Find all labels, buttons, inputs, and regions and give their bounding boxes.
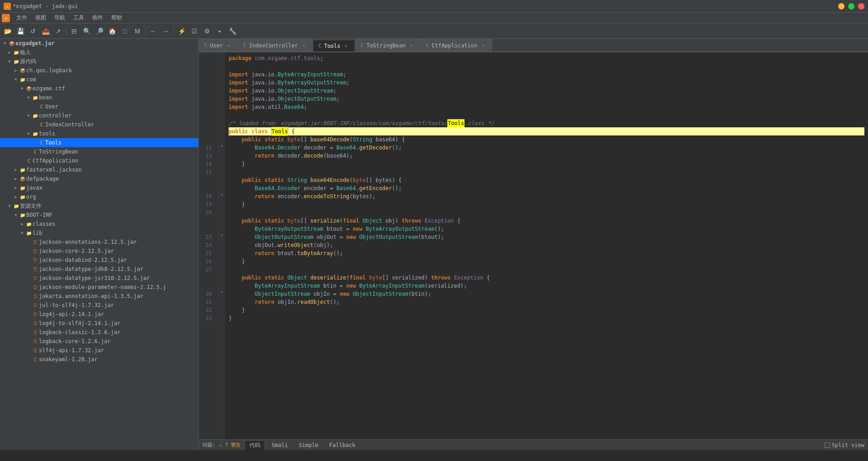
sidebar-item-boot-inf[interactable]: ▼ 📁 BOOT-INF [0, 210, 198, 219]
sidebar-item-input[interactable]: ▶ 📁 输入 [0, 48, 198, 57]
sidebar-item-com[interactable]: ▼ 📁 com [0, 75, 198, 84]
gutter-8 [219, 109, 225, 117]
bottom-tab-smali[interactable]: Smali [267, 441, 292, 449]
tab-tostring-close[interactable]: ✕ [408, 42, 415, 49]
tb-rect-btn[interactable]: □ [119, 25, 131, 37]
tab-index-controller[interactable]: C IndexController ✕ [238, 39, 313, 51]
package-icon: 📦 [25, 85, 33, 92]
sidebar-item-source[interactable]: ▼ 📁 源代码 [0, 57, 198, 66]
bottom-tab-code[interactable]: 代码 [244, 440, 265, 450]
sidebar-item-lib[interactable]: ▼ 📁 lib [0, 228, 198, 237]
com-label: com [26, 76, 36, 83]
folder-icon: 📁 [13, 58, 20, 65]
code-line-31: ByteArrayInputStream btin = new ByteArra… [229, 282, 864, 290]
jar-icon: 📦 [8, 40, 15, 47]
gutter-2 [219, 61, 225, 69]
tb-export-btn[interactable]: 📤 [40, 25, 52, 37]
tb-decompile-btn[interactable]: ⊟ [68, 25, 80, 37]
tab-user-close[interactable]: ✕ [226, 42, 232, 49]
jar8-label: jul-to-slf4j-1.7.32.jar [39, 302, 114, 308]
tb-reload-btn[interactable]: ↺ [27, 25, 39, 37]
sidebar-item-ezgame-ctf[interactable]: ▼ 📦 ezgame.ctf [0, 84, 198, 93]
tb-save-btn[interactable]: 💾 [14, 25, 26, 37]
sidebar-item-jar9[interactable]: 🗒 log4j-api-2.14.1.jar [0, 310, 198, 319]
tb-dot-btn[interactable]: ▪ [214, 25, 225, 37]
tab-tostring-bean[interactable]: C ToStringBean ✕ [355, 39, 420, 51]
menu-plugins[interactable]: 插件 [89, 13, 107, 23]
sidebar-item-tools-folder[interactable]: ▼ 📁 tools [0, 129, 198, 138]
root-label: ezgadget.jar [15, 40, 55, 47]
tab-tools-close[interactable]: ✕ [343, 43, 349, 49]
sidebar-item-jar6[interactable]: 🗒 jackson-module-parameter-names-2.12.5.… [0, 283, 198, 292]
maximize-button[interactable]: □ [848, 3, 854, 9]
sidebar-item-jar1[interactable]: 🗒 jackson-annotations-2.12.5.jar [0, 237, 198, 247]
jar-icon: 🗒 [32, 311, 39, 318]
code-editor[interactable]: 12 13 14 15 18 19 20 23 24 25 26 27 30 [199, 52, 868, 439]
sidebar-item-controller[interactable]: ▼ 📁 controller [0, 111, 198, 120]
sidebar-item-jar11[interactable]: 🗒 logback-classic-1.2.6.jar [0, 328, 198, 337]
tb-settings-btn[interactable]: ⚙ [201, 25, 213, 37]
sidebar-item-jar12[interactable]: 🗒 logback-core-1.2.6.jar [0, 337, 198, 346]
sidebar-item-resources[interactable]: ▼ 📁 资源文件 [0, 201, 198, 210]
tb-open-btn[interactable]: 📂 [2, 25, 14, 37]
close-button[interactable]: ✕ [858, 3, 864, 9]
bottom-tab-simple[interactable]: Simple [294, 441, 323, 449]
code-line-20: return encoder.encodeToString(bytes); [229, 192, 864, 200]
sidebar-item-jar3[interactable]: 🗒 jackson-databind-2.12.5.jar [0, 256, 198, 265]
sidebar-item-jar4[interactable]: 🗒 jackson-datatype-jdk8-2.12.5.jar [0, 265, 198, 274]
tb-m-btn[interactable]: M [131, 25, 143, 37]
menu-tools[interactable]: 工具 [70, 13, 88, 23]
sidebar-item-jar7[interactable]: 🗒 jakarta.annotation-api-1.3.5.jar [0, 292, 198, 301]
sidebar-item-jar13[interactable]: 🗒 slf4j-api-1.7.32.jar [0, 346, 198, 355]
tb-forward-btn[interactable]: → [160, 25, 172, 37]
sidebar-item-jar5[interactable]: 🗒 jackson-datatype-jsr310-2.12.5.jar [0, 274, 198, 283]
sidebar-item-defpackage[interactable]: ▶ 📦 defpackage [0, 174, 198, 183]
tb-run-btn[interactable]: ⚡ [176, 25, 188, 37]
tb-check-btn[interactable]: ☑ [188, 25, 200, 37]
tab-user[interactable]: C User ✕ [199, 39, 238, 51]
sidebar-item-jar2[interactable]: 🗒 jackson-core-2.12.5.jar [0, 247, 198, 256]
tb-search2-btn[interactable]: 🔎 [94, 25, 105, 37]
sidebar-item-index-controller[interactable]: C IndexController [0, 120, 198, 129]
bottom-tab-fallback[interactable]: Fallback [325, 441, 360, 449]
split-view-checkbox[interactable] [825, 442, 830, 448]
expand-icon: ▶ [13, 194, 19, 200]
class-icon: C [38, 139, 45, 146]
sidebar-root[interactable]: ▼ 📦 ezgadget.jar [0, 39, 198, 48]
line-num-blank29 [199, 282, 215, 290]
expand-icon: ▼ [19, 230, 25, 236]
sidebar-item-jar10[interactable]: 🗒 log4j-to-slf4j-2.14.1.jar [0, 319, 198, 328]
sidebar-item-jar8[interactable]: 🗒 jul-to-slf4j-1.7.32.jar [0, 301, 198, 310]
tab-index-close[interactable]: ✕ [301, 42, 307, 49]
tab-ctf-close[interactable]: ✕ [480, 42, 486, 49]
menu-view[interactable]: 视图 [32, 13, 50, 23]
tb-home-btn[interactable]: 🏠 [106, 25, 118, 37]
tb-export2-btn[interactable]: ↗ [52, 25, 64, 37]
sidebar-item-user-class[interactable]: C User [0, 102, 198, 111]
tab-tools[interactable]: C Tools ✕ [313, 40, 356, 52]
expand-placeholder [25, 266, 32, 272]
sidebar-item-jar14[interactable]: 🗒 snakeyaml-1.28.jar [0, 355, 198, 364]
menu-file[interactable]: 文件 [13, 13, 31, 23]
sidebar-item-tostring-bean[interactable]: C ToStringBean [0, 147, 198, 156]
minimize-button[interactable]: — [838, 3, 845, 9]
tb-search-btn[interactable]: 🔍 [81, 25, 93, 37]
sidebar-item-fasterxml[interactable]: ▶ 📁 fasterxml.jackson [0, 165, 198, 174]
window-controls: — □ ✕ [838, 3, 864, 9]
gutter-11 [219, 134, 225, 142]
line-num-25: 25 [199, 249, 215, 257]
menu-nav[interactable]: 导航 [51, 13, 69, 23]
sidebar-item-logback[interactable]: ▶ 📦 ch.qos.logback [0, 66, 198, 75]
sidebar-item-org[interactable]: ▶ 📁 org [0, 192, 198, 201]
sidebar-item-bean[interactable]: ▼ 📁 bean [0, 93, 198, 102]
menu-help[interactable]: 帮助 [108, 13, 126, 23]
tab-ctf-application[interactable]: C CtfApplication ✕ [421, 39, 493, 51]
sidebar-item-javax[interactable]: ▶ 📁 javax [0, 183, 198, 192]
split-view-toggle[interactable]: Split view [825, 442, 864, 448]
sidebar-item-ctf-app[interactable]: C CtfApplication [0, 156, 198, 165]
tb-wrench-btn[interactable]: 🔧 [226, 25, 238, 37]
sidebar-item-tools-class[interactable]: C Tools [0, 138, 198, 147]
jar1-label: jackson-annotations-2.12.5.jar [39, 239, 137, 245]
sidebar-item-classes[interactable]: ▶ 📁 classes [0, 219, 198, 228]
tb-back-btn[interactable]: ← [147, 25, 159, 37]
